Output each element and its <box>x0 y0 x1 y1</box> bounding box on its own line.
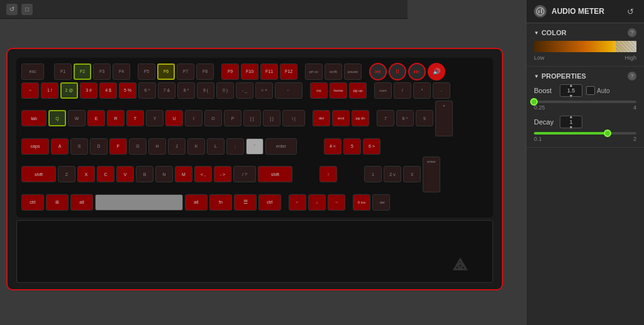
key-caps[interactable]: caps <box>21 138 49 155</box>
key-m[interactable]: M <box>175 166 192 182</box>
key-r[interactable]: R <box>107 110 125 126</box>
key-num8[interactable]: 8 ^ <box>396 110 414 126</box>
key-minus[interactable]: - _ <box>236 82 253 99</box>
key-num2[interactable]: 2 v <box>384 166 401 182</box>
key-numstar[interactable]: * <box>413 82 431 99</box>
key-tilde[interactable]: ~ <box>21 82 39 99</box>
key-w[interactable]: W <box>68 110 86 126</box>
key-backspace[interactable]: ← <box>275 82 303 99</box>
key-5[interactable]: 5 <box>343 138 361 155</box>
key-f8[interactable]: F8 <box>196 63 214 80</box>
key-rbracket[interactable]: ] } <box>263 110 280 126</box>
key-3[interactable]: 3 # <box>80 82 97 99</box>
key-f10[interactable]: F10 <box>241 63 258 80</box>
boost-slider-track[interactable] <box>534 101 636 103</box>
key-win[interactable]: ⊞ <box>46 194 69 211</box>
media-volume-button[interactable]: 🔊 <box>428 63 445 80</box>
key-x[interactable]: X <box>77 166 95 182</box>
key-f7[interactable]: F7 <box>177 63 194 80</box>
key-num1[interactable]: 1 <box>364 166 382 182</box>
key-l[interactable]: L <box>207 138 225 155</box>
expand-button[interactable]: □ <box>21 4 33 15</box>
key-9[interactable]: 9 ( <box>197 82 214 99</box>
media-prev-button[interactable]: ⏮ <box>369 63 387 80</box>
boost-slider-thumb[interactable] <box>530 98 538 106</box>
key-scrlk[interactable]: scrlk <box>325 63 342 80</box>
key-fn[interactable]: fn <box>209 194 232 211</box>
key-f6[interactable]: F6 <box>157 63 175 80</box>
key-y[interactable]: Y <box>146 110 164 126</box>
key-v[interactable]: V <box>116 166 134 182</box>
key-d[interactable]: D <box>90 138 108 155</box>
boost-stepper-down[interactable]: ▼ <box>560 94 582 98</box>
decay-slider-thumb[interactable] <box>604 129 611 137</box>
color-section-header[interactable]: ▼ COLOR ? <box>534 28 636 37</box>
key-i[interactable]: I <box>185 110 203 126</box>
color-help-button[interactable]: ? <box>628 28 636 37</box>
key-o[interactable]: O <box>204 110 222 126</box>
key-slash[interactable]: / ? <box>233 166 256 182</box>
key-space[interactable] <box>95 194 183 211</box>
key-pause[interactable]: pause <box>344 63 362 80</box>
key-pgdn[interactable]: pg dn <box>352 110 369 126</box>
decay-stepper-down[interactable]: ▼ <box>560 125 582 129</box>
key-g[interactable]: G <box>129 138 147 155</box>
key-downarrow[interactable]: ↓ <box>308 194 326 211</box>
key-6[interactable]: 6 > <box>363 138 380 155</box>
panel-reset-button[interactable]: ↺ <box>624 5 636 18</box>
key-numlock[interactable]: num <box>374 82 392 99</box>
properties-help-button[interactable]: ? <box>628 72 636 80</box>
key-1[interactable]: 1 ! <box>41 82 58 99</box>
key-lalt[interactable]: alt <box>70 194 93 211</box>
key-f5[interactable]: F5 <box>138 63 155 80</box>
key-lbracket[interactable]: [ { <box>243 110 261 126</box>
key-prtsc[interactable]: prt sc <box>305 63 323 80</box>
key-comma[interactable]: < , <box>194 166 212 182</box>
media-next-button[interactable]: ⏭ <box>408 63 426 80</box>
key-8[interactable]: 8 * <box>177 82 195 99</box>
key-b[interactable]: B <box>136 166 153 182</box>
key-enter[interactable]: enter <box>265 138 297 155</box>
auto-checkbox[interactable] <box>586 86 595 95</box>
key-h[interactable]: H <box>148 138 166 155</box>
key-numslash[interactable]: / <box>394 82 411 99</box>
key-q[interactable]: Q <box>48 110 66 126</box>
key-s[interactable]: S <box>70 138 88 155</box>
key-period[interactable]: - > <box>214 166 231 182</box>
key-k[interactable]: K <box>187 138 205 155</box>
key-4[interactable]: 4 $ <box>99 82 117 99</box>
key-ins[interactable]: ins <box>310 82 328 99</box>
key-f2[interactable]: F2 <box>74 63 91 80</box>
key-numdot[interactable]: . del <box>372 194 390 211</box>
key-numminus[interactable]: - <box>433 82 450 99</box>
key-t[interactable]: T <box>126 110 144 126</box>
key-7[interactable]: 7 & <box>158 82 175 99</box>
key-a[interactable]: A <box>51 138 69 155</box>
key-0[interactable]: 0 ) <box>216 82 234 99</box>
key-menu[interactable]: ☰ <box>234 194 257 211</box>
key-5[interactable]: 5 % <box>119 82 136 99</box>
key-backslash[interactable]: \ | <box>282 110 305 126</box>
key-2[interactable]: 2 @ <box>60 82 78 99</box>
key-e[interactable]: E <box>87 110 105 126</box>
key-f11[interactable]: F11 <box>260 63 278 80</box>
key-n[interactable]: N <box>155 166 173 182</box>
key-equals[interactable]: = + <box>255 82 273 99</box>
key-p[interactable]: P <box>224 110 242 126</box>
key-uparrow[interactable]: ↑ <box>319 166 337 182</box>
key-rshift[interactable]: shift <box>258 166 292 182</box>
key-z[interactable]: Z <box>58 166 75 182</box>
properties-section-header[interactable]: ▼ PROPERTIES ? <box>534 72 636 80</box>
key-f4[interactable]: F4 <box>113 63 130 80</box>
decay-slider-track[interactable] <box>534 132 636 135</box>
key-f12[interactable]: F12 <box>280 63 297 80</box>
key-numplus[interactable]: + <box>435 101 453 136</box>
key-leftarrow[interactable]: ← <box>289 194 306 211</box>
key-num9[interactable]: 9 <box>416 110 433 126</box>
color-gradient[interactable] <box>534 41 636 52</box>
key-u[interactable]: U <box>165 110 183 126</box>
key-end[interactable]: end <box>332 110 350 126</box>
key-f1[interactable]: F1 <box>54 63 72 80</box>
key-rctrl[interactable]: ctrl <box>258 194 281 211</box>
key-numenter[interactable]: enter <box>423 157 440 192</box>
